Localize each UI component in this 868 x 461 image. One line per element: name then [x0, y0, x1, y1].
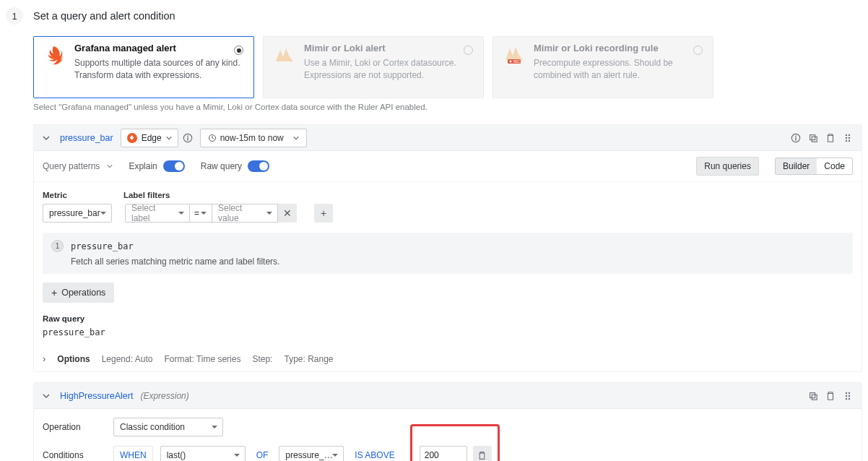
drag-handle-icon[interactable] — [841, 389, 854, 402]
svg-point-1 — [510, 61, 512, 63]
remove-condition-button[interactable] — [473, 446, 492, 461]
datasource-name: Edge — [142, 133, 162, 143]
of-label: OF — [253, 450, 272, 460]
alert-type-mimir-alert[interactable]: Mimir or Loki alert Use a Mimir, Loki or… — [263, 36, 484, 98]
labelfilters-label: Label filters — [123, 191, 170, 199]
explain-label: Explain — [129, 161, 157, 171]
label-select[interactable]: Select label — [125, 204, 190, 223]
options-label: Options — [57, 354, 90, 364]
explain-box: 1 pressure_bar Fetch all series matching… — [43, 233, 853, 274]
expression-tag: (Expression) — [140, 391, 188, 401]
svg-rect-5 — [187, 137, 188, 140]
metric-label: Metric — [43, 191, 67, 199]
svg-point-16 — [846, 139, 847, 141]
card-title: Mimir or Loki recording rule — [534, 43, 704, 53]
operator-select[interactable]: = — [190, 204, 212, 223]
rawquery-value: pressure_bar — [43, 327, 853, 337]
format-info: Format: Time series — [164, 354, 240, 364]
radio-unselected[interactable] — [693, 46, 703, 55]
query-patterns-button[interactable]: Query patterns — [43, 161, 113, 171]
alert-type-hint: Select "Grafana managed" unless you have… — [0, 103, 868, 111]
card-title: Grafana managed alert — [74, 43, 245, 53]
datasource-help-icon[interactable] — [178, 129, 197, 147]
drag-handle-icon[interactable] — [841, 132, 854, 145]
rawquery-heading: Raw query — [43, 314, 853, 323]
mimir-rec-icon: REC — [503, 43, 525, 92]
card-title: Mimir or Loki alert — [304, 43, 474, 53]
svg-point-17 — [849, 139, 850, 141]
svg-rect-19 — [812, 395, 817, 400]
operation-select[interactable]: Classic condition — [113, 418, 223, 436]
svg-rect-9 — [795, 137, 796, 140]
rawquery-toggle[interactable] — [248, 160, 269, 172]
explain-step-num: 1 — [51, 240, 64, 252]
svg-point-14 — [846, 137, 847, 138]
svg-point-12 — [846, 134, 847, 135]
remove-filter-button[interactable]: ✕ — [278, 204, 297, 223]
duplicate-icon[interactable] — [807, 132, 820, 145]
duplicate-icon[interactable] — [807, 389, 820, 402]
add-filter-button[interactable]: + — [314, 204, 333, 223]
svg-point-25 — [849, 397, 850, 399]
svg-rect-10 — [810, 134, 815, 139]
timerange-label: now-15m to now — [220, 133, 284, 143]
svg-point-20 — [846, 392, 847, 393]
conditions-label: Conditions — [43, 450, 106, 460]
collapse-toggle[interactable] — [38, 130, 54, 146]
collapse-toggle[interactable] — [38, 388, 54, 404]
threshold-input[interactable] — [420, 446, 467, 461]
svg-point-15 — [849, 137, 850, 138]
svg-point-24 — [846, 397, 847, 399]
svg-point-21 — [849, 392, 850, 393]
radio-selected[interactable] — [234, 46, 243, 55]
query-help-icon[interactable] — [789, 132, 802, 145]
operations-button[interactable]: + Operations — [43, 283, 114, 303]
operation-label: Operation — [43, 422, 106, 432]
svg-point-8 — [795, 135, 797, 137]
expression-panel: HighPressureAlert (Expression) Operation… — [33, 382, 862, 461]
reducer-select[interactable]: last() — [160, 446, 246, 461]
alert-type-mimir-rule[interactable]: REC Mimir or Loki recording rule Precomp… — [492, 36, 713, 98]
datasource-icon — [127, 133, 137, 143]
trash-icon[interactable] — [824, 389, 837, 402]
svg-point-4 — [187, 135, 188, 137]
radio-unselected[interactable] — [464, 46, 473, 55]
datasource-picker[interactable]: Edge — [121, 129, 178, 147]
query-panel: pressure_bar Edge now-15m to now — [33, 124, 862, 372]
legend-info: Legend: Auto — [102, 354, 153, 364]
svg-rect-18 — [810, 392, 815, 397]
evaluator-label[interactable]: IS ABOVE — [351, 450, 398, 460]
options-row[interactable]: › Options Legend: Auto Format: Time seri… — [43, 349, 853, 364]
explain-text: Fetch all series matching metric name an… — [51, 257, 844, 267]
operations-label: Operations — [61, 288, 105, 298]
svg-point-22 — [846, 395, 847, 396]
step-info: Step: — [252, 354, 272, 364]
card-desc: Precompute expressions. Should be combin… — [534, 57, 704, 82]
chevron-right-icon: › — [43, 353, 45, 364]
alert-type-grafana[interactable]: Grafana managed alert Supports multiple … — [33, 36, 254, 98]
svg-text:REC: REC — [513, 60, 521, 64]
query-name[interactable]: pressure_bar — [60, 133, 113, 143]
type-info: Type: Range — [284, 354, 333, 364]
value-select[interactable]: Select value — [212, 204, 278, 223]
svg-point-13 — [849, 134, 850, 135]
trash-icon[interactable] — [824, 132, 837, 145]
explain-toggle[interactable] — [163, 160, 185, 172]
rawquery-label: Raw query — [201, 161, 242, 171]
svg-point-23 — [849, 395, 850, 396]
card-desc: Use a Mimir, Loki or Cortex datasource. … — [304, 57, 474, 82]
mode-code[interactable]: Code — [817, 158, 852, 174]
threshold-highlight — [410, 424, 500, 461]
mode-builder[interactable]: Builder — [776, 158, 817, 174]
step-title: Set a query and alert condition — [33, 10, 175, 22]
query-ref-select[interactable]: pressure_… — [279, 446, 344, 461]
expression-name[interactable]: HighPressureAlert — [60, 391, 133, 401]
query-patterns-label: Query patterns — [43, 161, 100, 171]
svg-rect-11 — [812, 137, 817, 142]
metric-select[interactable]: pressure_bar — [43, 204, 112, 223]
run-queries-button[interactable]: Run queries — [696, 157, 759, 176]
when-tag: WHEN — [113, 446, 153, 461]
mode-switch: Builder Code — [775, 158, 853, 175]
timerange-picker[interactable]: now-15m to now — [200, 129, 307, 147]
clock-icon — [208, 134, 217, 142]
